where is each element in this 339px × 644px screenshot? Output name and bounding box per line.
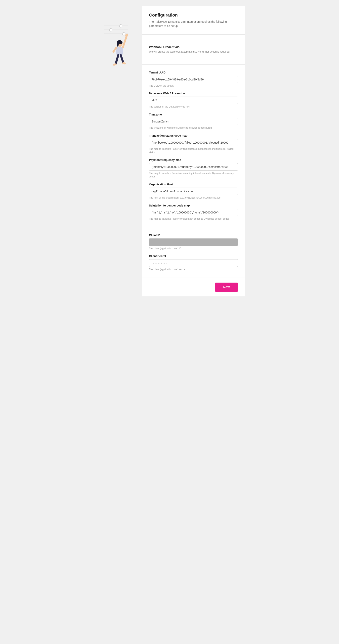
payment-frequency-map-label: Payment frequency map — [149, 158, 238, 162]
organisation-host-hint: The host of the organisation, e.g., org1… — [149, 196, 238, 200]
svg-point-16 — [125, 34, 128, 37]
salutation-gender-code-map-group: Salutation to gender code map The map to… — [149, 204, 238, 221]
next-button[interactable]: Next — [215, 282, 238, 292]
organisation-host-input[interactable] — [149, 188, 238, 195]
tenant-uuid-hint: The UUID of the tenant — [149, 84, 238, 88]
organisation-host-label: Organisation Host — [149, 183, 238, 186]
svg-line-12 — [116, 55, 118, 64]
client-id-label: Client ID — [149, 234, 238, 237]
client-secret-input[interactable] — [149, 259, 238, 267]
dataverse-api-version-hint: The version of the Dataverse Web API — [149, 105, 238, 108]
client-id-hint: The client (application user) ID — [149, 247, 238, 250]
main-content: Configuration The RaiseNow Dynamics 365 … — [142, 6, 245, 297]
svg-point-4 — [109, 28, 112, 31]
payment-frequency-map-hint: The map to translate RaiseNow recurring … — [149, 172, 238, 178]
salutation-gender-code-map-hint: The map to translate RaiseNow salutation… — [149, 217, 238, 221]
svg-point-8 — [117, 41, 119, 46]
dataverse-api-version-label: Dataverse Web API version — [149, 92, 238, 95]
timezone-group: Timezone The timezone in which the Dynam… — [149, 113, 238, 130]
timezone-hint: The timezone in which the Dynamics insta… — [149, 126, 238, 130]
dataverse-api-version-group: Dataverse Web API version The version of… — [149, 92, 238, 108]
svg-point-5 — [122, 32, 125, 35]
svg-line-13 — [121, 55, 123, 63]
client-credentials-card: Client ID The client (application user) … — [142, 227, 245, 278]
illustration-svg — [102, 18, 134, 78]
salutation-gender-code-map-input[interactable] — [149, 209, 238, 216]
payment-frequency-map-group: Payment frequency map The map to transla… — [149, 158, 238, 178]
client-secret-hint: The client (application user) secret — [149, 268, 238, 271]
header-card: Configuration The RaiseNow Dynamics 365 … — [142, 6, 245, 35]
client-secret-group: Client Secret The client (application us… — [149, 254, 238, 271]
webhook-description: We will create the webhook automatically… — [149, 50, 238, 54]
transaction-status-code-map-input[interactable] — [149, 139, 238, 146]
svg-point-3 — [119, 24, 122, 27]
tenant-uuid-input[interactable] — [149, 76, 238, 83]
page-description: The RaiseNow Dynamics 365 Integration re… — [149, 20, 238, 28]
page-wrapper: Configuration The RaiseNow Dynamics 365 … — [4, 6, 335, 638]
transaction-status-code-map-label: Transaction status code map — [149, 134, 238, 137]
svg-rect-9 — [116, 46, 123, 55]
tenant-uuid-label: Tenant UUID — [149, 71, 238, 74]
transaction-status-code-map-group: Transaction status code map The map to t… — [149, 134, 238, 154]
transaction-status-code-map-hint: The map to translate RaiseNow final succ… — [149, 147, 238, 154]
divider-bottom — [142, 58, 245, 58]
timezone-input[interactable] — [149, 118, 238, 125]
illustration-panel — [94, 6, 142, 78]
next-button-section: Next — [142, 278, 245, 297]
timezone-label: Timezone — [149, 113, 238, 116]
page-title: Configuration — [149, 12, 238, 18]
client-secret-label: Client Secret — [149, 254, 238, 258]
main-form-card: Tenant UUID The UUID of the tenant Datav… — [142, 64, 245, 227]
svg-line-10 — [123, 36, 127, 48]
svg-line-11 — [113, 48, 116, 52]
webhook-title: Webhook Credentials — [149, 45, 238, 48]
tenant-uuid-group: Tenant UUID The UUID of the tenant — [149, 71, 238, 88]
dataverse-api-version-input[interactable] — [149, 96, 238, 104]
client-id-input[interactable] — [149, 238, 238, 246]
organisation-host-group: Organisation Host The host of the organi… — [149, 183, 238, 200]
webhook-card: Webhook Credentials We will create the w… — [142, 35, 245, 64]
salutation-gender-code-map-label: Salutation to gender code map — [149, 204, 238, 207]
client-id-group: Client ID The client (application user) … — [149, 234, 238, 250]
payment-frequency-map-input[interactable] — [149, 163, 238, 171]
